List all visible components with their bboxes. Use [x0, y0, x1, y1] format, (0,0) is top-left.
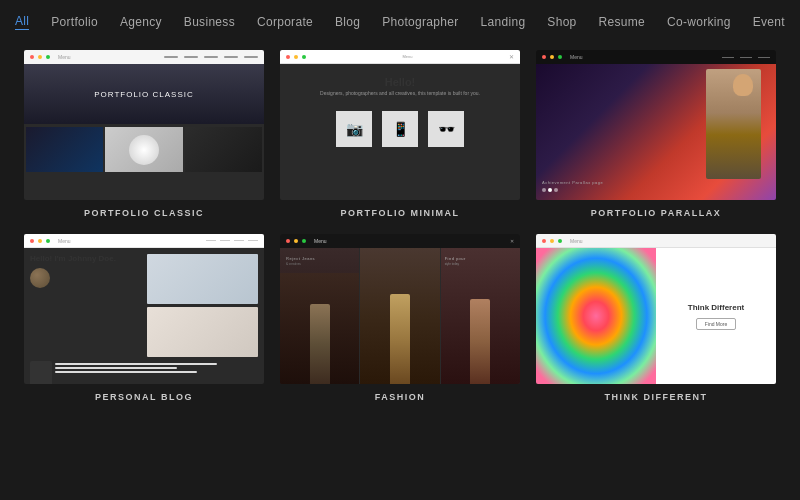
nav-item-shop[interactable]: Shop — [547, 15, 576, 29]
fashion-col-2 — [360, 248, 439, 384]
pm-close-btn — [286, 55, 290, 59]
pc-nav-link — [244, 56, 258, 58]
pp-nav: Menu — [536, 50, 776, 64]
main-nav: All Portfolio Agency Business Corporate … — [0, 0, 800, 40]
pc-img-3 — [185, 127, 262, 172]
card-label-think-different: Think Different — [536, 392, 776, 402]
pc-hero: Portfolio Classic — [24, 64, 264, 124]
fashion-dot-red — [286, 239, 290, 243]
hj-avatar — [30, 268, 50, 288]
td-dot-yellow — [550, 239, 554, 243]
pm-title: Menu — [310, 54, 505, 59]
nav-item-corporate[interactable]: Corporate — [257, 15, 313, 29]
fashion-col-3: Find your style today — [441, 248, 520, 384]
hj-link — [248, 240, 258, 241]
card-portfolio-parallax[interactable]: Menu Achievement Parallax page — [536, 50, 776, 218]
nav-item-event[interactable]: Event — [753, 15, 785, 29]
td-brand: Menu — [570, 238, 583, 244]
hj-line-2 — [55, 367, 177, 369]
card-label-portfolio-classic: Portfolio Classic — [24, 208, 264, 218]
fashion-dot-yellow — [294, 239, 298, 243]
fashion-text-overlay: Reject Jeans & creatives — [286, 256, 353, 266]
nav-item-coworking[interactable]: Co-working — [667, 15, 731, 29]
hj-line-3 — [55, 371, 197, 373]
nav-item-agency[interactable]: Agency — [120, 15, 162, 29]
nav-item-blog[interactable]: Blog — [335, 15, 360, 29]
pc-nav-link — [184, 56, 198, 58]
hj-line-1 — [55, 363, 217, 365]
pm-nav: Menu ✕ — [280, 50, 520, 64]
pm-products: 📷 📱 🕶️ — [280, 105, 520, 153]
thumbnail-fashion: Menu ✕ Reject Jeans & creatives — [280, 234, 520, 384]
fashion-col-1: Reject Jeans & creatives — [280, 248, 359, 384]
hj-img2 — [147, 307, 258, 357]
nav-item-photographer[interactable]: Photographer — [382, 15, 458, 29]
hj-dot-red — [30, 239, 34, 243]
pp-person-head — [733, 74, 753, 96]
card-portfolio-classic[interactable]: Menu Portfolio Classic — [24, 50, 264, 218]
hj-dot-green — [46, 239, 50, 243]
hj-right-col — [147, 254, 258, 357]
hj-left-col: Hello! I'm Johnny Doe. — [30, 254, 141, 357]
pp-pagination-dots — [542, 188, 603, 192]
card-think-different[interactable]: Menu Think Different Find More Think Dif… — [536, 234, 776, 402]
td-find-more-button[interactable]: Find More — [696, 318, 737, 330]
pp-dot-green — [558, 55, 562, 59]
pc-nav: Menu — [24, 50, 264, 64]
td-nav: Menu — [536, 234, 776, 248]
phone-icon: 📱 — [392, 121, 409, 137]
nav-list: All Portfolio Agency Business Corporate … — [0, 0, 800, 40]
td-colorful-bg — [536, 248, 656, 384]
td-dot-green — [558, 239, 562, 243]
pm-hello-title: Hello! — [385, 76, 416, 88]
pc-img-1 — [26, 127, 103, 172]
thumbnail-portfolio-parallax: Menu Achievement Parallax page — [536, 50, 776, 200]
nav-item-landing[interactable]: Landing — [481, 15, 526, 29]
card-label-personal-blog: Personal Blog — [24, 392, 264, 402]
td-right-section: Think Different Find More — [656, 248, 776, 384]
pc-nav-link — [164, 56, 178, 58]
pp-dot-red — [542, 55, 546, 59]
pm-product-camera: 📷 — [336, 111, 372, 147]
hj-phone-img — [30, 361, 52, 384]
card-portfolio-minimal[interactable]: Menu ✕ Hello! Designers, photographers a… — [280, 50, 520, 218]
pp-link — [740, 57, 752, 58]
card-fashion[interactable]: Menu ✕ Reject Jeans & creatives — [280, 234, 520, 402]
nav-item-business[interactable]: Business — [184, 15, 235, 29]
pc-nav-link — [204, 56, 218, 58]
fashion-image-grid: Reject Jeans & creatives — [280, 248, 520, 384]
fashion-brand: Menu — [314, 238, 327, 244]
fashion-close: ✕ — [510, 238, 514, 244]
card-personal-blog[interactable]: Menu Hello! I'm Johnny Doe. — [24, 234, 264, 402]
pc-brand: Menu — [58, 54, 71, 60]
thumbnail-think-different: Menu Think Different Find More — [536, 234, 776, 384]
card-label-fashion: Fashion — [280, 392, 520, 402]
hj-title: Hello! I'm Johnny Doe. — [30, 254, 141, 264]
pc-nav-links — [164, 56, 258, 58]
pc-hero-text: Portfolio Classic — [94, 90, 194, 99]
pp-nav-links — [722, 57, 770, 58]
pp-dot-yellow — [550, 55, 554, 59]
nav-item-portfolio[interactable]: Portfolio — [51, 15, 98, 29]
pm-close-x: ✕ — [509, 53, 514, 60]
nav-item-all[interactable]: All — [15, 14, 29, 30]
cards-grid: Menu Portfolio Classic — [0, 40, 800, 402]
pp-link — [758, 57, 770, 58]
hj-nav-links — [206, 240, 258, 241]
td-dot-red — [542, 239, 546, 243]
fashion-person-1 — [310, 304, 330, 384]
glasses-icon: 🕶️ — [438, 121, 455, 137]
card-label-portfolio-parallax: Portfolio Parallax — [536, 208, 776, 218]
pm-product-phone: 📱 — [382, 111, 418, 147]
pc-dot-green — [46, 55, 50, 59]
hj-content: Hello! I'm Johnny Doe. — [24, 248, 264, 357]
pp-dot-2 — [548, 188, 552, 192]
hj-nav: Menu — [24, 234, 264, 248]
thumbnail-portfolio-classic: Menu Portfolio Classic — [24, 50, 264, 200]
pm-product-glasses: 🕶️ — [428, 111, 464, 147]
pc-nav-link — [224, 56, 238, 58]
pp-person — [706, 69, 761, 179]
pp-brand: Menu — [570, 54, 583, 60]
nav-item-resume[interactable]: Resume — [599, 15, 645, 29]
pc-dot-red — [30, 55, 34, 59]
